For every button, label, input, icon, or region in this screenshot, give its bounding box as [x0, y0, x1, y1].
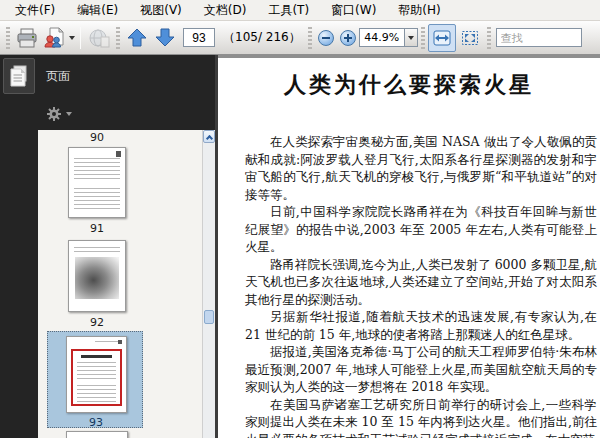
chevron-up-icon: [205, 134, 212, 141]
panel-title-label: 页面: [46, 68, 70, 85]
zoom-dropdown-button[interactable]: [405, 28, 418, 47]
fit-page-icon: [461, 30, 479, 46]
content-area: 页面: [0, 55, 600, 438]
menu-bar: 文件(F) 编辑(E) 视图(V) 文档(D) 工具(T) 窗口(W) 帮助(H…: [0, 0, 600, 21]
page-top-edge: [218, 55, 600, 58]
fit-page-button[interactable]: [456, 24, 484, 52]
toolbar: （105/ 216） 44.9%: [0, 21, 600, 55]
menu-document[interactable]: 文档(D): [195, 1, 256, 20]
web-capture-button: [85, 24, 113, 52]
document-title: 人类为什么要探索火星: [218, 70, 600, 100]
page-number-input[interactable]: [183, 28, 215, 47]
thumbnail-scrollbar[interactable]: [202, 130, 215, 438]
globe-icon: [88, 28, 110, 48]
fit-width-icon: [433, 30, 451, 46]
toolbar-grip[interactable]: [421, 27, 425, 49]
panel-tab-strip: [0, 55, 38, 438]
next-page-button[interactable]: [151, 24, 179, 52]
chevron-down-icon: [408, 36, 414, 40]
page-down-icon: [155, 28, 175, 47]
menu-file[interactable]: 文件(F): [6, 1, 64, 20]
pages-panel: 页面: [38, 55, 215, 438]
menu-tools[interactable]: 工具(T): [259, 1, 318, 20]
scroll-up-button[interactable]: [203, 130, 215, 143]
selected-thumbnail-highlight: 93: [47, 331, 143, 428]
zoom-out-button[interactable]: [318, 30, 334, 46]
thumbnail-label-92[interactable]: 92: [68, 316, 126, 329]
thumbnail-page-92[interactable]: [68, 240, 126, 312]
thumbnail-label-93[interactable]: 93: [48, 416, 144, 429]
share-dropdown-caret: [69, 36, 75, 40]
navigation-sidebar: 页面: [0, 55, 215, 438]
share-document-icon: [42, 27, 66, 49]
menu-edit[interactable]: 编辑(E): [68, 1, 127, 20]
previous-page-button[interactable]: [123, 24, 151, 52]
menu-help[interactable]: 帮助(H): [389, 1, 449, 20]
gear-icon[interactable]: [46, 106, 62, 122]
toolbar-grip[interactable]: [116, 27, 120, 49]
toolbar-grip[interactable]: [308, 27, 312, 49]
page-count-label: （105/ 216）: [223, 29, 301, 46]
scrollbar-thumb[interactable]: [204, 310, 214, 324]
print-button[interactable]: [13, 24, 41, 52]
pages-icon: [9, 65, 29, 87]
page-up-icon: [127, 28, 147, 47]
share-button[interactable]: [41, 24, 76, 52]
paragraph: 据报道,美国洛克希德·马丁公司的航天工程师罗伯特·朱布林最近预测,2007 年,…: [245, 343, 597, 396]
fit-width-button[interactable]: [428, 24, 456, 52]
page-view-indicator: [71, 349, 122, 406]
thumbnail-label-91[interactable]: 91: [68, 222, 126, 235]
paragraph: 在美国马萨诸塞工艺研究所日前举行的研讨会上,一些科学家则提出人类在未来 10 至…: [245, 396, 597, 438]
thumbnail-page-91[interactable]: [68, 147, 126, 218]
menu-view[interactable]: 视图(V): [131, 1, 191, 20]
zoom-level-input[interactable]: 44.9%: [359, 28, 405, 47]
document-view: 人类为什么要探索火星 在人类探索宇宙奥秘方面,美国 NASA 做出了令人敬佩的贡…: [218, 55, 600, 438]
thumbnail-page-94-partial[interactable]: [66, 431, 128, 438]
zoom-out-icon: [322, 37, 330, 39]
search-input[interactable]: [496, 28, 582, 47]
zoom-in-button[interactable]: [340, 30, 356, 46]
document-body: 在人类探索宇宙奥秘方面,美国 NASA 做出了令人敬佩的贡献和成就:阿波罗载人登…: [245, 133, 597, 438]
paragraph: 路甬祥院长强调,迄今为止,人类已发射了 6000 多颗卫星,航天飞机也已多次往返…: [245, 256, 597, 309]
paragraph: 另据新华社报道,随着航天技术的迅速发展,有专家认为,在 21 世纪的前 15 年…: [245, 308, 597, 343]
thumbnail-image: [75, 257, 119, 299]
pdf-reader-window: 文件(F) 编辑(E) 视图(V) 文档(D) 工具(T) 窗口(W) 帮助(H…: [0, 0, 600, 438]
thumbnail-label-90[interactable]: 90: [68, 131, 126, 144]
options-caret-icon[interactable]: [66, 112, 72, 116]
panel-title: 页面: [38, 55, 215, 97]
paragraph: 在人类探索宇宙奥秘方面,美国 NASA 做出了令人敬佩的贡献和成就:阿波罗载人登…: [245, 133, 597, 203]
thumbnail-panel: 90 91 92: [38, 130, 215, 438]
toolbar-grip[interactable]: [6, 27, 10, 49]
toolbar-separator: [80, 27, 81, 49]
print-icon: [16, 28, 38, 48]
panel-options-row: [38, 97, 215, 130]
paragraph: 日前,中国科学家院院长路甬祥在为《科技百年回眸与新世纪展望》的报告中说,2003…: [245, 203, 597, 256]
pages-panel-tab[interactable]: [3, 58, 35, 94]
thumbnail-page-93[interactable]: [66, 336, 127, 413]
menu-window[interactable]: 窗口(W): [322, 1, 385, 20]
toolbar-grip[interactable]: [487, 27, 491, 49]
